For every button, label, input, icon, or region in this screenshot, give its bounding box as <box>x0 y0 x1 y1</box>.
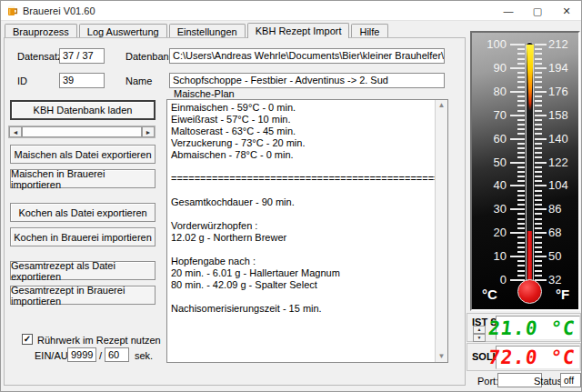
id-field[interactable]: 39 <box>59 73 105 88</box>
fahrenheit-scale-label: 194 <box>548 61 579 75</box>
einaus-unit-label: sek. <box>135 350 153 361</box>
celsius-scale-label: 90 <box>476 61 507 75</box>
tab-einstellungen[interactable]: Einstellungen <box>169 24 246 38</box>
datensatz-field[interactable]: 37 / 37 <box>59 48 105 64</box>
scroll-right-icon[interactable]: ► <box>142 126 155 137</box>
celsius-tick <box>517 86 525 88</box>
celsius-tick <box>517 223 525 225</box>
tab-hilfe[interactable]: Hilfe <box>351 24 387 38</box>
fahrenheit-tick <box>535 185 547 186</box>
fahrenheit-tick <box>535 171 542 173</box>
status-field[interactable]: off <box>560 373 581 387</box>
fahrenheit-scale-label: 122 <box>548 156 579 169</box>
celsius-unit-label: °C <box>482 286 497 302</box>
fahrenheit-scale-label: 158 <box>548 108 579 122</box>
close-button[interactable]: ✕ <box>552 1 581 21</box>
fahrenheit-tick <box>535 91 547 93</box>
fahrenheit-scale-label: 86 <box>548 202 579 216</box>
fahrenheit-tick <box>535 218 542 220</box>
fahrenheit-tick <box>535 256 547 257</box>
tab-kbh-rezept-import[interactable]: KBH Rezept Import <box>247 23 350 38</box>
celsius-tick <box>517 213 525 215</box>
celsius-scale-label: 20 <box>476 226 507 239</box>
maximize-button[interactable]: ▢ <box>523 1 552 21</box>
kbh-load-button[interactable]: KBH Datenbank laden <box>10 100 156 120</box>
celsius-tick <box>517 63 525 65</box>
celsius-tick <box>517 143 525 145</box>
soll-temperature-value: 72.0 °C <box>487 347 577 368</box>
fahrenheit-scale-label: 32 <box>548 273 579 286</box>
celsius-tick <box>517 166 525 168</box>
celsius-tick <box>510 256 525 257</box>
ruehrwerk-checkbox[interactable]: ✓ <box>22 334 33 345</box>
beer-mug-icon <box>6 5 18 16</box>
fahrenheit-tick <box>535 279 547 281</box>
celsius-tick <box>517 128 525 130</box>
datenbank-field[interactable]: C:\Users\Andreas Wehrle\Documents\Bier\k… <box>169 48 445 64</box>
textarea-scrollbar[interactable]: ▲ ▼ <box>435 100 447 362</box>
einaus-on-field[interactable]: 9999 <box>67 347 96 362</box>
fahrenheit-tick <box>535 190 542 192</box>
fahrenheit-tick <box>535 213 542 215</box>
thermometer-panel: °C °F 1009080706050403020100212194176158… <box>470 31 580 311</box>
spin-up-icon[interactable]: ▲ <box>473 326 486 334</box>
name-field[interactable]: Schopfschoppe - Festbier - Adventinus ->… <box>169 73 445 88</box>
celsius-scale-label: 100 <box>476 37 507 51</box>
action-button-0[interactable]: Maischen als Datei exportieren <box>10 145 156 164</box>
celsius-tick <box>517 53 525 55</box>
celsius-tick <box>517 105 525 106</box>
datenbank-label: Datenbank <box>125 51 174 62</box>
action-button-1[interactable]: Maischen in Brauerei importieren <box>10 169 156 188</box>
celsius-scale-label: 60 <box>476 132 507 146</box>
scroll-down-icon[interactable]: ▼ <box>438 351 446 362</box>
fahrenheit-tick <box>535 199 542 201</box>
fahrenheit-tick <box>535 180 542 182</box>
celsius-tick <box>510 44 525 45</box>
name-label: Name <box>125 75 152 86</box>
minimize-button[interactable]: — <box>494 1 523 21</box>
celsius-tick <box>517 270 525 272</box>
fahrenheit-tick <box>535 227 542 229</box>
celsius-tick <box>517 110 525 112</box>
fahrenheit-tick <box>535 105 542 106</box>
celsius-tick <box>510 138 525 140</box>
celsius-tick <box>517 176 525 177</box>
scrollbar-thumb[interactable] <box>22 126 142 137</box>
tab-log-auswertung[interactable]: Log Auswertung <box>79 24 167 38</box>
celsius-tick <box>510 208 525 210</box>
thermometer-mercury <box>527 231 532 286</box>
celsius-tick <box>510 115 525 116</box>
action-button-5[interactable]: Gesamtrezept in Brauerei importieren <box>10 286 156 305</box>
einaus-off-field[interactable]: 60 <box>105 347 129 362</box>
celsius-tick <box>517 218 525 220</box>
celsius-tick <box>517 76 525 78</box>
fahrenheit-tick <box>535 76 542 78</box>
soll-box: SOLL 72.0 °C <box>467 343 581 371</box>
fahrenheit-tick <box>535 232 547 234</box>
record-scrollbar[interactable]: ◄ ► <box>8 126 156 138</box>
id-label: ID <box>17 75 27 86</box>
fahrenheit-tick <box>535 115 547 116</box>
celsius-tick <box>517 195 525 196</box>
maische-plan-textarea[interactable]: Einmaischen - 59°C - 0 min. Eiweißrast -… <box>166 99 448 363</box>
celsius-scale-label: 30 <box>476 202 507 216</box>
fahrenheit-tick <box>535 246 542 248</box>
fahrenheit-scale-label: 68 <box>548 226 579 239</box>
tab-brauprozess[interactable]: Brauprozess <box>5 24 77 38</box>
fahrenheit-tick <box>535 147 542 149</box>
celsius-tick <box>517 147 525 149</box>
celsius-scale-label: 50 <box>476 156 507 169</box>
scroll-left-icon[interactable]: ◄ <box>9 126 22 137</box>
einaus-separator: / <box>99 350 102 361</box>
scroll-up-icon[interactable]: ▲ <box>438 100 446 111</box>
celsius-tick <box>517 119 525 121</box>
spin-down-icon[interactable]: ▼ <box>473 334 486 342</box>
action-button-3[interactable]: Kochen in Brauerei importieren <box>10 227 156 246</box>
fahrenheit-tick <box>535 223 542 225</box>
celsius-tick <box>517 246 525 248</box>
action-button-4[interactable]: Gesamtrezept als Datei exportieren <box>10 261 156 280</box>
action-button-2[interactable]: Kochen als Datei exportieren <box>10 203 156 222</box>
celsius-tick <box>510 232 525 234</box>
fahrenheit-tick <box>535 44 547 45</box>
fahrenheit-tick <box>535 95 542 97</box>
